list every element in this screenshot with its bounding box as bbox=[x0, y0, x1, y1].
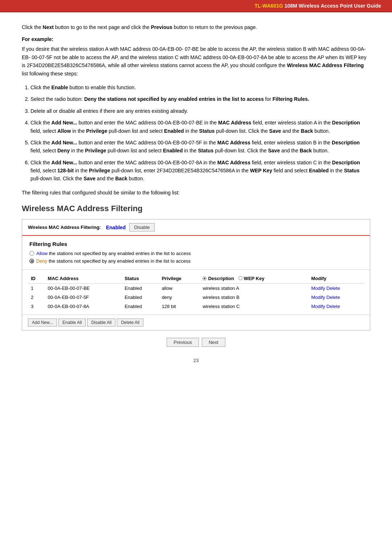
table-header: ID MAC Address Status Privilege Descript… bbox=[28, 274, 364, 284]
enable-all-button[interactable]: Enable All bbox=[58, 319, 86, 327]
filter-note: The filtering rules that configured shou… bbox=[22, 189, 370, 197]
header-title: 108M Wireless Access Point User Guide bbox=[285, 3, 381, 9]
filtering-rules-section: Filtering Rules Allow the stations not s… bbox=[22, 236, 370, 270]
section-title: Wireless MAC Address Filtering bbox=[22, 204, 370, 213]
add-new-button[interactable]: Add New... bbox=[28, 319, 57, 327]
row2-modify-link[interactable]: Modify bbox=[311, 295, 325, 300]
filtering-rules-title: Filtering Rules bbox=[29, 241, 363, 247]
row1-modify-link[interactable]: Modify bbox=[311, 286, 325, 291]
delete-all-button[interactable]: Delete All bbox=[117, 319, 143, 327]
allow-radio-label: Allow the stations not specified by any … bbox=[36, 251, 191, 256]
table-row: 1 00-0A-EB-00-07-BE Enabled allow wirele… bbox=[28, 284, 364, 293]
step-3: Delete all or disable all entries if the… bbox=[30, 107, 370, 115]
col-description: Description WEP Key bbox=[200, 274, 308, 284]
disable-button[interactable]: Disable bbox=[129, 223, 154, 231]
row2-description: wireless station B bbox=[200, 293, 308, 302]
action-btn-row: Add New... Enable All Disable All Delete… bbox=[22, 315, 370, 330]
row2-mac: 00-0A-EB-00-07-5F bbox=[45, 293, 122, 302]
wep-radio-icon bbox=[238, 276, 242, 280]
deny-text: Deny bbox=[36, 258, 47, 264]
deny-desc: the stations not specified by any enable… bbox=[49, 258, 191, 264]
row3-privilege: 128 bit bbox=[159, 302, 200, 311]
row2-id: 2 bbox=[28, 293, 45, 302]
page-header: TL-WA601G 108M Wireless Access Point Use… bbox=[0, 0, 392, 12]
table-row: 3 00-0A-EB-00-07-8A Enabled 128 bit wire… bbox=[28, 302, 364, 311]
row2-privilege: deny bbox=[159, 293, 200, 302]
step-6: Click the Add New... button and enter th… bbox=[30, 159, 370, 183]
for-example-label: For example: bbox=[22, 36, 370, 42]
mac-filter-header: Wireless MAC Address Filtering: Enabled … bbox=[22, 219, 370, 236]
row1-privilege: allow bbox=[159, 284, 200, 293]
mac-filter-label: Wireless MAC Address Filtering: bbox=[28, 225, 101, 230]
table-section: ID MAC Address Status Privilege Descript… bbox=[22, 270, 370, 315]
intro-text: Click the Next button to go to the next … bbox=[22, 23, 370, 31]
col-mac: MAC Address bbox=[45, 274, 122, 284]
row3-status: Enabled bbox=[122, 302, 159, 311]
previous-button[interactable]: Previous bbox=[167, 338, 199, 347]
header-model: TL-WA601G bbox=[254, 3, 283, 9]
row2-modify: Modify Delete bbox=[308, 293, 364, 302]
allow-radio-icon[interactable] bbox=[29, 251, 34, 256]
row1-status: Enabled bbox=[122, 284, 159, 293]
col-status: Status bbox=[122, 274, 159, 284]
steps-list: Click the Enable button to enable this f… bbox=[30, 83, 370, 183]
table-body: 1 00-0A-EB-00-07-BE Enabled allow wirele… bbox=[28, 284, 364, 311]
row3-id: 3 bbox=[28, 302, 45, 311]
page-number: 23 bbox=[22, 358, 370, 363]
step-5: Click the Add New... button and enter th… bbox=[30, 139, 370, 155]
disable-all-button[interactable]: Disable All bbox=[87, 319, 115, 327]
row1-id: 1 bbox=[28, 284, 45, 293]
main-content: Click the Next button to go to the next … bbox=[0, 12, 392, 378]
example-paragraph: If you desire that the wireless station … bbox=[22, 45, 370, 78]
step-2: Select the radio button: Deny the statio… bbox=[30, 95, 370, 103]
row3-modify: Modify Delete bbox=[308, 302, 364, 311]
table-row: 2 00-0A-EB-00-07-5F Enabled deny wireles… bbox=[28, 293, 364, 302]
row1-description: wireless station A bbox=[200, 284, 308, 293]
deny-radio-icon[interactable] bbox=[29, 259, 34, 263]
mac-filter-table: ID MAC Address Status Privilege Descript… bbox=[28, 274, 364, 311]
row3-modify-link[interactable]: Modify bbox=[311, 304, 325, 309]
deny-radio-row: Deny the stations not specified by any e… bbox=[29, 258, 363, 264]
row1-delete-link[interactable]: Delete bbox=[326, 286, 340, 291]
col-modify: Modify bbox=[308, 274, 364, 284]
desc-radio-icon bbox=[203, 276, 207, 280]
mac-filter-box: Wireless MAC Address Filtering: Enabled … bbox=[22, 219, 370, 331]
allow-radio-row: Allow the stations not specified by any … bbox=[29, 251, 363, 256]
allow-desc: the stations not specified by any enable… bbox=[49, 251, 191, 256]
row1-modify: Modify Delete bbox=[308, 284, 364, 293]
col-id: ID bbox=[28, 274, 45, 284]
row3-mac: 00-0A-EB-00-07-8A bbox=[45, 302, 122, 311]
row3-delete-link[interactable]: Delete bbox=[326, 304, 340, 309]
deny-radio-label: Deny the stations not specified by any e… bbox=[36, 258, 191, 264]
table-header-row: ID MAC Address Status Privilege Descript… bbox=[28, 274, 364, 284]
nav-row: Previous Next bbox=[22, 338, 370, 347]
step-4: Click the Add New... button and enter th… bbox=[30, 119, 370, 135]
allow-text: Allow bbox=[36, 251, 48, 256]
row2-delete-link[interactable]: Delete bbox=[326, 295, 340, 300]
step-1: Click the Enable button to enable this f… bbox=[30, 83, 370, 91]
row3-description: wireless station C bbox=[200, 302, 308, 311]
next-button[interactable]: Next bbox=[202, 338, 225, 347]
col-privilege: Privilege bbox=[159, 274, 200, 284]
row2-status: Enabled bbox=[122, 293, 159, 302]
mac-filter-status: Enabled bbox=[106, 225, 126, 230]
row1-mac: 00-0A-EB-00-07-BE bbox=[45, 284, 122, 293]
